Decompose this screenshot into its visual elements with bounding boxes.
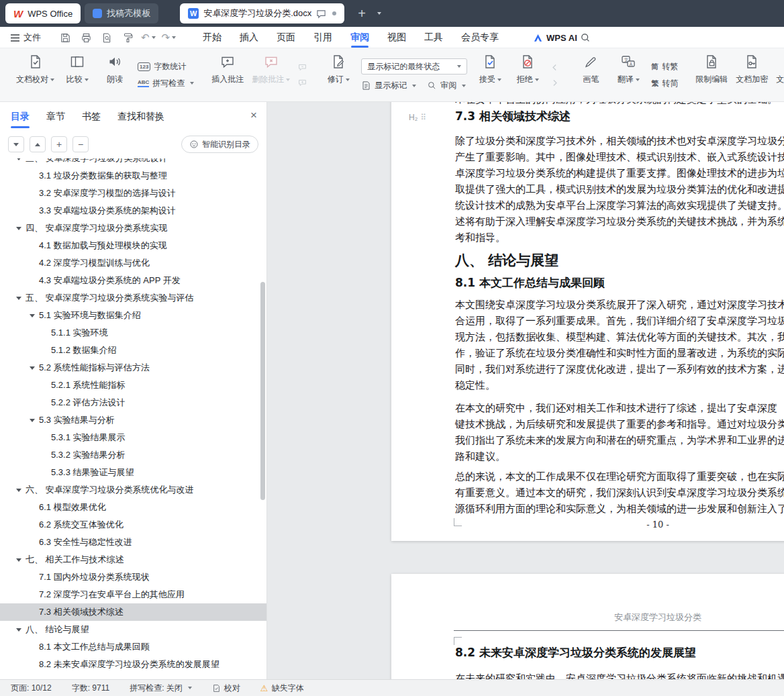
document-canvas[interactable]: 术在安卓平台上的协同应用，为垃圾分类系统的构建奠定了坚实的基础。 H₂ ⠿ 7.… xyxy=(267,102,784,679)
page-indicator[interactable]: 页面: 10/12 xyxy=(11,683,52,694)
toc-item[interactable]: 5.2.2 评估方法设计 xyxy=(0,394,266,411)
toc-item[interactable]: 六、 安卓深度学习垃圾分类系统优化与改进 xyxy=(0,481,266,499)
menu-tab[interactable]: 插入 xyxy=(240,27,258,48)
smart-toc-button[interactable]: 智能识别目录 xyxy=(181,136,258,153)
save-button[interactable] xyxy=(58,30,72,45)
toc-item[interactable]: 6.1 模型效果优化 xyxy=(0,499,266,516)
undo-dropdown-chevron[interactable] xyxy=(152,36,156,39)
toc-item[interactable]: 5.2.1 系统性能指标 xyxy=(0,377,266,394)
doc-permission-button[interactable]: 文档权限 xyxy=(772,48,784,101)
print-preview-button[interactable] xyxy=(99,30,114,45)
zoom-in-outline-button[interactable]: + xyxy=(51,136,67,152)
spellcheck-toggle[interactable]: 拼写检查: 关闭 xyxy=(130,683,192,694)
toc-item[interactable]: 5.3.3 结果验证与展望 xyxy=(0,464,266,481)
file-menu-button[interactable]: 文件 xyxy=(11,27,41,48)
doc-encrypt-button[interactable]: 文档加密 xyxy=(732,48,772,101)
comment-bubble-icon[interactable] xyxy=(316,9,326,19)
compare-button[interactable]: 比较 xyxy=(58,48,96,101)
toc-item[interactable]: 6.2 系统交互体验优化 xyxy=(0,516,266,534)
toc-expand-triangle[interactable] xyxy=(16,158,21,160)
tab-list-chevron[interactable] xyxy=(375,12,381,15)
close-sidebar-icon[interactable]: × xyxy=(250,108,257,123)
tab-template-store[interactable]: 找稿壳模板 xyxy=(85,3,158,23)
toc-expand-triangle[interactable] xyxy=(30,366,35,370)
toc-item[interactable]: 8.2 未来安卓深度学习垃圾分类系统的发展展望 xyxy=(0,656,266,673)
toc-item[interactable]: 6.3 安全性与稳定性改进 xyxy=(0,534,266,551)
menu-tab[interactable]: 页面 xyxy=(277,27,295,48)
new-tab-button[interactable]: + xyxy=(355,7,369,20)
toc-expand-triangle[interactable] xyxy=(30,419,35,422)
toc-item[interactable]: 五、 安卓深度学习垃圾分类系统实验与评估 xyxy=(0,289,266,307)
sidebar-tab[interactable]: 查找和替换 xyxy=(117,102,164,130)
toc-expand-triangle[interactable] xyxy=(16,489,21,492)
zoom-out-outline-button[interactable]: − xyxy=(72,136,89,152)
word-count-button[interactable]: 123 字数统计 xyxy=(138,61,194,72)
toc-item[interactable]: 7.2 深度学习在安卓平台上的其他应用 xyxy=(0,586,266,603)
collapse-all-button[interactable] xyxy=(30,136,46,152)
toc-item[interactable]: 4.1 数据加载与预处理模块的实现 xyxy=(0,237,266,254)
toc-item[interactable]: 3.3 安卓端垃圾分类系统的架构设计 xyxy=(0,202,266,219)
toc-item[interactable]: 七、 相关工作与技术综述 xyxy=(0,551,266,568)
toc-expand-triangle[interactable] xyxy=(16,227,21,230)
redo-dropdown-chevron[interactable] xyxy=(172,36,176,39)
drag-handle-icon[interactable]: ⠿ xyxy=(420,113,426,122)
next-comment-button[interactable] xyxy=(296,78,308,88)
toc-expand-triangle[interactable] xyxy=(16,628,21,632)
toc-item[interactable]: 7.1 国内外垃圾分类系统现状 xyxy=(0,568,266,586)
markup-state-select[interactable]: 显示标记的最终状态 xyxy=(361,58,467,74)
sidebar-tab[interactable]: 书签 xyxy=(82,102,101,130)
toc-item[interactable]: 5.3 实验结果与分析 xyxy=(0,411,266,429)
toc-expand-triangle[interactable] xyxy=(30,314,35,317)
toc-item[interactable]: 4.2 深度学习模型训练与优化 xyxy=(0,254,266,272)
menu-tab[interactable]: 视图 xyxy=(387,27,406,48)
review-panel-button[interactable]: 审阅 xyxy=(427,80,466,91)
sidebar-tab[interactable]: 目录 xyxy=(11,102,30,130)
redo-button[interactable]: ↷ xyxy=(162,32,177,44)
expand-all-button[interactable] xyxy=(8,136,24,152)
print-button[interactable] xyxy=(79,30,93,45)
toc-item[interactable]: 三、 安卓深度学习垃圾分类系统设计 xyxy=(0,158,266,167)
traditional-to-simplified-button[interactable]: 繁 转简 xyxy=(651,78,678,89)
missing-font-warning[interactable]: ⚠ 缺失字体 xyxy=(260,683,304,694)
sidebar-scrollbar-thumb[interactable] xyxy=(260,282,265,500)
format-painter-button[interactable] xyxy=(120,30,135,45)
menu-tab[interactable]: 开始 xyxy=(203,27,222,48)
toc-item[interactable]: 四、 安卓深度学习垃圾分类系统实现 xyxy=(0,219,266,237)
insert-comment-button[interactable]: 插入批注 xyxy=(207,48,248,101)
toc-expand-triangle[interactable] xyxy=(16,297,21,300)
tab-document-active[interactable]: W 安卓深度学习垃圾分类.docx xyxy=(180,3,344,23)
menu-tab[interactable]: 会员专享 xyxy=(461,27,499,48)
previous-comment-button[interactable] xyxy=(296,62,308,72)
unsaved-dot-indicator[interactable] xyxy=(332,11,336,15)
simplified-to-traditional-button[interactable]: 简 转繁 xyxy=(651,61,678,72)
previous-change-button[interactable] xyxy=(548,62,560,72)
show-markup-button[interactable]: 显示标记 xyxy=(361,80,416,91)
toc-item[interactable]: 4.3 安卓端垃圾分类系统的 APP 开发 xyxy=(0,272,266,289)
toc-item[interactable]: 5.3.2 实验结果分析 xyxy=(0,446,266,464)
toc-item[interactable]: 八、 结论与展望 xyxy=(0,621,266,638)
heading-level-badge[interactable]: H₂ ⠿ xyxy=(409,113,426,122)
sidebar-tab[interactable]: 章节 xyxy=(46,102,65,130)
tab-wps-office[interactable]: W WPS Office xyxy=(5,3,81,23)
menu-tab[interactable]: 引用 xyxy=(313,27,332,48)
menu-tab[interactable]: 审阅 xyxy=(350,27,369,48)
toc-item[interactable]: 7.3 相关领域技术综述 xyxy=(0,603,266,621)
undo-button[interactable]: ↶ xyxy=(141,32,156,44)
search-icon[interactable] xyxy=(580,27,591,48)
toc-item[interactable]: 3.1 垃圾分类数据集的获取与整理 xyxy=(0,167,266,185)
restrict-editing-button[interactable]: 限制编辑 xyxy=(691,48,732,101)
toc-item[interactable]: 8.1 本文工作总结与成果回顾 xyxy=(0,638,266,656)
spell-check-button[interactable]: ABC 拼写检查 xyxy=(138,78,194,89)
toc-item[interactable]: 5.1 实验环境与数据集介绍 xyxy=(0,307,266,324)
reject-change-button[interactable]: 拒绝 xyxy=(509,48,546,101)
accept-change-button[interactable]: 接受 xyxy=(471,48,509,101)
toc-expand-triangle[interactable] xyxy=(16,558,21,562)
doc-proofread-button[interactable]: 文档校对 xyxy=(12,48,58,101)
menu-tab[interactable]: 工具 xyxy=(424,27,443,48)
delete-comment-button[interactable]: 删除批注 xyxy=(248,48,294,101)
track-changes-button[interactable]: 修订 xyxy=(320,48,357,101)
next-change-button[interactable] xyxy=(548,78,560,88)
toc-item[interactable]: 5.3.1 实验结果展示 xyxy=(0,429,266,446)
word-count-indicator[interactable]: 字数: 9711 xyxy=(72,683,109,694)
toc-item[interactable]: 5.1.1 实验环境 xyxy=(0,324,266,342)
